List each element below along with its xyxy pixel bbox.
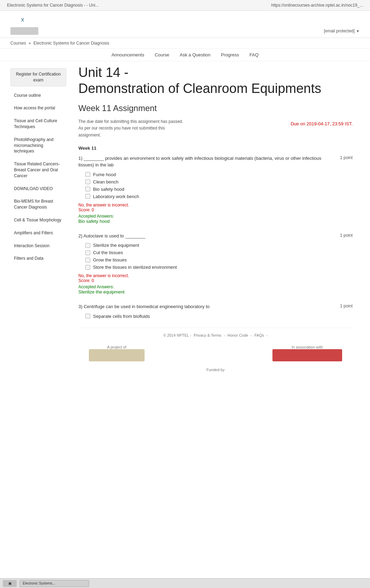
site-footer: © 2014 NPTEL - Privacy & Terms - Honor C… — [78, 328, 353, 377]
site-logo — [10, 27, 38, 35]
option-item[interactable]: Sterilize the equipment — [85, 243, 353, 248]
option-item[interactable]: Fume hood — [85, 172, 353, 177]
question-2-answer-status: No, the answer is incorrect. Score: 0 Ac… — [78, 273, 353, 295]
sidebar-item-tissue-cancers[interactable]: Tissue Related Cancers- Breast Cancer an… — [10, 158, 66, 181]
q1-accepted-answer: Bio safety hood — [78, 219, 353, 224]
nav-faq[interactable]: FAQ — [249, 52, 259, 57]
notice-line2: As per our records you have not submitte… — [78, 125, 183, 132]
option-item[interactable]: Separate cells from biofluids — [85, 314, 353, 319]
question-3-points: 1 point — [340, 304, 353, 308]
footer-project-of: A project of — [89, 345, 145, 361]
q2-accepted-answer: Sterilize the equipment — [78, 289, 353, 295]
option-item[interactable]: Laboratory work bench — [85, 194, 353, 199]
option-item[interactable]: Grow the tissues — [85, 257, 353, 262]
close-button[interactable]: X — [21, 17, 24, 23]
footer-nptel-logo — [89, 349, 145, 361]
footer-privacy[interactable]: Privacy & Terms — [194, 333, 221, 337]
option-bio-safety-hood: Bio safety hood — [93, 187, 124, 192]
footer-project-label: A project of — [89, 345, 145, 349]
nav-progress[interactable]: Progress — [221, 52, 239, 57]
option-item[interactable]: Clean bench — [85, 179, 353, 185]
footer-iit-logo — [272, 349, 342, 361]
question-3: 3) Centrifuge can be used in biomedical … — [78, 303, 353, 319]
nav-course[interactable]: Course — [155, 52, 169, 57]
radio-cut-tissues[interactable] — [85, 250, 90, 255]
option-item[interactable]: Bio safety hood — [85, 187, 353, 192]
footer-bottom: A project of In association with — [89, 342, 342, 365]
nav-announcements[interactable]: Announcements — [111, 52, 144, 57]
question-3-row: 3) Centrifuge can be used in biomedical … — [78, 303, 353, 310]
notice-line1: The due date for submitting this assignm… — [78, 118, 183, 125]
breadcrumb-course[interactable]: Electronic Systems for Cancer Diagnosis — [33, 41, 109, 46]
sidebar-item-course-outline[interactable]: Course outline — [10, 90, 66, 101]
footer-faqs[interactable]: FAQs — [254, 333, 264, 337]
sidebar-item-amplifiers[interactable]: Amplifiers and Filters — [10, 227, 66, 239]
week-label: Week 11 — [78, 146, 353, 151]
option-lab-workbench: Laboratory work bench — [93, 194, 139, 199]
user-info: [email protected] ▼ — [324, 29, 360, 33]
assignment-title: Week 11 Assignment — [78, 103, 353, 113]
option-store-tissues: Store the tissues in sterilized environm… — [93, 265, 177, 270]
sidebar-item-interaction[interactable]: Interaction Session — [10, 240, 66, 252]
radio-fume-hood[interactable] — [85, 172, 90, 177]
sidebar-item-photolithography[interactable]: Photolithography and micromachining tech… — [10, 134, 66, 157]
url-bar: https://onlinecourses-archive.nptel.ac.i… — [271, 3, 363, 8]
user-dropdown-arrow[interactable]: ▼ — [356, 29, 360, 33]
due-notice-text: The due date for submitting this assignm… — [78, 118, 183, 139]
footer-honor[interactable]: Honor Code — [228, 333, 248, 337]
breadcrumb: Courses » Electronic Systems for Cancer … — [0, 38, 370, 49]
q2-score: Score: 0 — [78, 278, 353, 283]
option-grow-tissues: Grow the tissues — [93, 257, 127, 262]
q2-accepted-label: Accepted Answers: — [78, 284, 353, 289]
footer-links: © 2014 NPTEL - Privacy & Terms - Honor C… — [89, 333, 342, 337]
question-2: 2) Autoclave is used to ________ 1 point… — [78, 233, 353, 295]
option-fume-hood: Fume hood — [93, 172, 116, 177]
footer-copyright: © 2014 NPTEL — [163, 333, 189, 337]
question-1-options: Fume hood Clean bench Bio safety hood La… — [85, 172, 353, 199]
footer-association: In association with — [272, 345, 342, 361]
radio-sterilize[interactable] — [85, 243, 90, 248]
radio-bio-safety-hood[interactable] — [85, 187, 90, 191]
sidebar-item-how-access[interactable]: How access the portal — [10, 102, 66, 114]
q1-accepted-label: Accepted Answers: — [78, 214, 353, 219]
question-2-row: 2) Autoclave is used to ________ 1 point — [78, 233, 353, 240]
sidebar-item-register[interactable]: Register for Certification exam — [10, 68, 66, 86]
question-3-text: 3) Centrifuge can be used in biomedical … — [78, 303, 337, 310]
radio-store-tissues[interactable] — [85, 265, 90, 270]
radio-separate-cells[interactable] — [85, 314, 90, 319]
q2-incorrect: No, the answer is incorrect. — [78, 273, 353, 278]
question-1-points: 1 point — [340, 155, 353, 160]
breadcrumb-courses[interactable]: Courses — [10, 41, 26, 46]
main-content: Unit 14 - Demonstration of Cleanroom Equ… — [71, 61, 360, 384]
sidebar-item-download-video[interactable]: DOWNLOAD VIDEO — [10, 183, 66, 195]
question-1-row: 1) ________ provides an environment to w… — [78, 155, 353, 168]
question-2-points: 1 point — [340, 233, 353, 238]
notice-line3: assignment. — [78, 132, 183, 139]
option-sterilize: Sterilize the equipment — [93, 243, 139, 248]
due-date: Due on 2019-04-17, 23:59 IST. — [291, 121, 353, 126]
option-item[interactable]: Cut the tissues — [85, 250, 353, 255]
tab-title: Electronic Systems for Cancer Diagnosis … — [7, 3, 99, 8]
sidebar-item-filters-data[interactable]: Filters and Data — [10, 253, 66, 264]
radio-grow-tissues[interactable] — [85, 258, 90, 262]
radio-clean-bench[interactable] — [85, 179, 90, 184]
sidebar-item-tissue-cell[interactable]: Tissue and Cell Culture Techniques — [10, 115, 66, 133]
breadcrumb-separator: » — [29, 41, 31, 46]
site-header: [email protected] ▼ — [0, 24, 370, 38]
browser-bar: Electronic Systems for Cancer Diagnosis … — [0, 0, 370, 11]
main-nav: Announcements Course Ask a Question Prog… — [0, 49, 370, 61]
question-2-text: 2) Autoclave is used to ________ — [78, 233, 337, 240]
sidebar-item-bio-mems[interactable]: Bio-MEMS for Breast Cancer Diagnosis — [10, 196, 66, 213]
nav-ask-question[interactable]: Ask a Question — [180, 52, 210, 57]
option-item[interactable]: Store the tissues in sterilized environm… — [85, 265, 353, 270]
sidebar: Register for Certification exam Course o… — [10, 61, 71, 384]
question-1-answer-status: No, the answer is incorrect. Score: 0 Ac… — [78, 203, 353, 224]
sidebar-item-cell-tissue[interactable]: Cell & Tissue Morphology — [10, 214, 66, 226]
radio-lab-workbench[interactable] — [85, 194, 90, 199]
option-clean-bench: Clean bench — [93, 179, 118, 185]
page-title: Unit 14 - Demonstration of Cleanroom Equ… — [78, 65, 353, 96]
question-3-options: Separate cells from biofluids — [85, 314, 353, 319]
due-notice: The due date for submitting this assignm… — [78, 118, 353, 139]
user-email: [email protected] — [324, 29, 355, 33]
footer-association-label: In association with — [272, 345, 342, 349]
